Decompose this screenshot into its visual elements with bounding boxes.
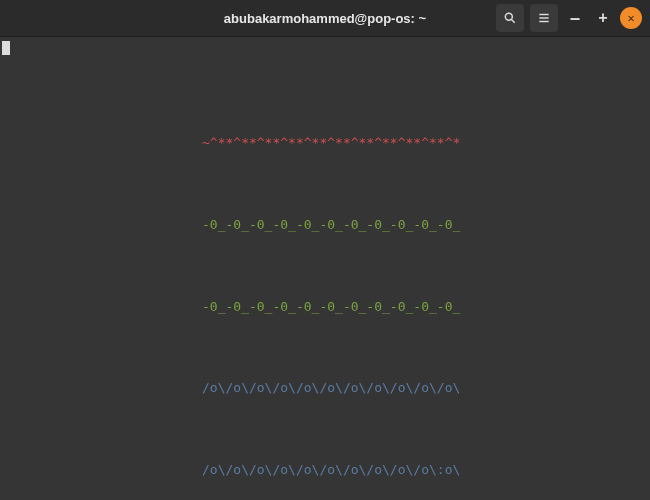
minimize-button[interactable]: – [564,7,586,29]
minimize-icon: – [570,9,579,27]
terminal-viewport[interactable]: ~^**^**^**^**^**^**^**^**^**^**^* -0_-0_… [0,36,650,500]
alien-row-green2: -0_-0_-0_-0_-0_-0_-0_-0_-0_-0_-0_ [6,300,644,314]
svg-point-0 [505,13,512,20]
close-button[interactable]: ✕ [620,7,642,29]
alien-row-green1: -0_-0_-0_-0_-0_-0_-0_-0_-0_-0_-0_ [6,218,644,232]
search-icon [503,11,517,25]
terminal-cursor [2,41,10,55]
hamburger-icon [537,11,551,25]
close-icon: ✕ [627,11,634,25]
hamburger-menu-button[interactable] [530,4,558,32]
title-controls: – + ✕ [496,4,642,32]
alien-row-top: ~^**^**^**^**^**^**^**^**^**^**^* [6,136,644,150]
alien-row-blue2: /o\/o\/o\/o\/o\/o\/o\/o\/o\/o\:o\ [6,463,644,477]
search-button[interactable] [496,4,524,32]
alien-row-blue1: /o\/o\/o\/o\/o\/o\/o\/o\/o\/o\/o\ [6,381,644,395]
svg-line-1 [511,19,514,22]
window-titlebar: abubakarmohammed@pop-os: ~ – + ✕ [0,0,650,36]
maximize-button[interactable]: + [592,7,614,29]
maximize-icon: + [598,9,607,27]
